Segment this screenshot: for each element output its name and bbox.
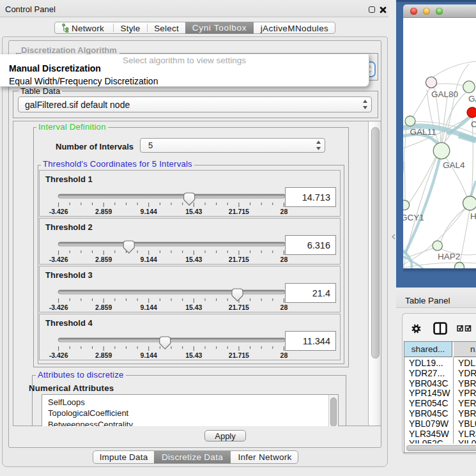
svg-text:HAP2: HAP2 (438, 252, 460, 261)
svg-text:9.144: 9.144 (141, 303, 157, 311)
svg-text:21.715: 21.715 (229, 351, 249, 359)
svg-text:-3.426: -3.426 (49, 208, 68, 215)
svg-text:28: 28 (280, 256, 288, 263)
svg-text:GA: GA (468, 94, 476, 104)
svg-text:GAL4: GAL4 (443, 160, 465, 170)
svg-text:2.859: 2.859 (95, 256, 112, 263)
svg-text:28: 28 (280, 303, 288, 311)
svg-text:9.144: 9.144 (141, 256, 157, 263)
svg-text:GCY1: GCY1 (403, 213, 424, 222)
svg-text:-3.426: -3.426 (49, 303, 68, 311)
svg-text:2.859: 2.859 (95, 303, 112, 311)
svg-text:9.144: 9.144 (141, 208, 157, 215)
svg-text:-3.426: -3.426 (49, 256, 68, 263)
svg-text:H: H (470, 211, 476, 221)
svg-text:C: C (471, 119, 476, 129)
svg-text:21.715: 21.715 (229, 303, 249, 311)
svg-text:28: 28 (280, 208, 288, 215)
svg-text:2.859: 2.859 (95, 208, 112, 215)
svg-text:2.859: 2.859 (95, 351, 112, 359)
svg-text:GAL11: GAL11 (410, 127, 436, 137)
svg-text:15.43: 15.43 (185, 256, 202, 263)
svg-text:15.43: 15.43 (185, 303, 202, 311)
svg-text:15.43: 15.43 (185, 351, 202, 359)
svg-text:28: 28 (280, 351, 288, 359)
svg-text:21.715: 21.715 (229, 256, 249, 263)
svg-text:-3.426: -3.426 (49, 351, 68, 359)
svg-text:GAL80: GAL80 (431, 89, 458, 99)
svg-text:15.43: 15.43 (185, 208, 202, 215)
svg-text:9.144: 9.144 (141, 351, 157, 359)
svg-text:21.715: 21.715 (229, 208, 249, 215)
